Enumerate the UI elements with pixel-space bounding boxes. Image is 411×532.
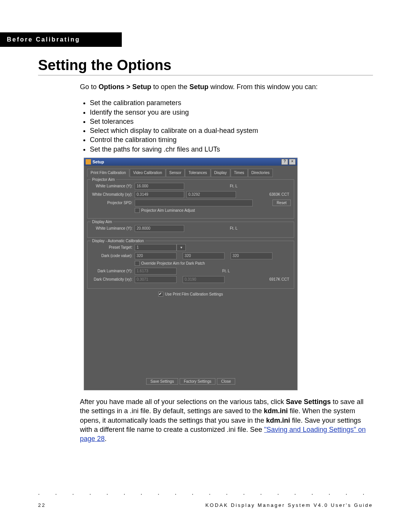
- page-title: Setting the Options: [38, 57, 373, 75]
- tab-print-film[interactable]: Print Film Calibration: [87, 169, 129, 177]
- tab-times[interactable]: Times: [231, 169, 248, 177]
- unit-ftl: Ft. L: [230, 226, 237, 231]
- dark-b-input[interactable]: 320: [231, 252, 272, 259]
- dark-lum-input: 1.6173: [135, 268, 177, 275]
- page-number: 22: [38, 502, 46, 508]
- close-icon[interactable]: ×: [289, 159, 296, 165]
- reset-button[interactable]: Reset: [272, 200, 291, 206]
- unit-ftl: Ft. L: [230, 184, 237, 189]
- white-cct: 6383K CCT: [269, 192, 291, 197]
- luminance-adjust-label: Projector Aim Luminance Adjust: [141, 208, 195, 213]
- setup-window: Setup ? × Print Film Calibration Video C…: [84, 158, 298, 390]
- dark-chrom-label: Dark Chromaticity (xy):: [91, 277, 135, 282]
- unit-ftl: Ft. L: [222, 268, 230, 274]
- section-header: Before Calibrating: [0, 32, 122, 47]
- feature-list: Set the calibration parameters Identify …: [80, 98, 373, 154]
- tab-tolerances[interactable]: Tolerances: [185, 169, 210, 177]
- auto-cal-group: Display - Automatic Calibration Preset T…: [87, 241, 294, 289]
- white-chrom-label: White Chromaticity (xy):: [91, 192, 135, 197]
- save-settings-button[interactable]: Save Settings: [146, 378, 178, 385]
- tab-sensor[interactable]: Sensor: [166, 169, 185, 177]
- close-button[interactable]: Close: [217, 378, 235, 385]
- list-item: Select which display to calibrate on a d…: [90, 126, 373, 135]
- list-item: Control the calibration timing: [90, 135, 373, 144]
- luminance-adjust-checkbox[interactable]: [135, 208, 140, 213]
- dark-label: Dark (code value):: [91, 253, 135, 259]
- dark-g-input[interactable]: 320: [183, 252, 225, 259]
- use-print-film-checkbox[interactable]: [158, 292, 163, 297]
- help-button[interactable]: ?: [281, 159, 288, 165]
- override-checkbox[interactable]: [135, 261, 140, 266]
- tab-video[interactable]: Video Calibration: [130, 169, 166, 177]
- separator-dots: . . . . . . . . . . . . . . . . . . . . …: [38, 489, 373, 496]
- disp-white-lum-label: White Luminance (Y):: [91, 226, 135, 231]
- preset-select[interactable]: 1: [135, 244, 177, 251]
- list-item: Set the calibration parameters: [90, 98, 373, 107]
- list-item: Identify the sensor you are using: [90, 108, 373, 117]
- factory-settings-button[interactable]: Factory Settings: [180, 378, 215, 385]
- list-item: Set tolerances: [90, 117, 373, 126]
- white-chrom-y[interactable]: 0.3292: [186, 191, 236, 198]
- tab-directories[interactable]: Directories: [248, 169, 273, 177]
- dark-cct: 6917K CCT: [269, 277, 291, 282]
- tab-bar: Print Film Calibration Video Calibration…: [87, 169, 294, 177]
- intro-paragraph: Go to Options > Setup to open the Setup …: [80, 82, 373, 91]
- window-titlebar: Setup ? ×: [84, 158, 297, 166]
- white-lum-input[interactable]: 16.000: [135, 183, 184, 190]
- projector-aim-group: Projector Aim White Luminance (Y): 16.00…: [87, 179, 294, 219]
- dark-chrom-x: 0.3071: [135, 276, 177, 283]
- dropdown-icon[interactable]: ▾: [177, 244, 186, 251]
- dark-lum-label: Dark Luminance (Y):: [91, 268, 135, 274]
- preset-label: Preset Target:: [91, 245, 135, 250]
- tab-display[interactable]: Display: [211, 169, 230, 177]
- override-label: Override Projector Aim for Dark Patch: [141, 261, 205, 266]
- display-aim-group: Display Aim White Luminance (Y): 20.8000…: [87, 222, 294, 238]
- spd-input[interactable]: [135, 200, 253, 206]
- use-print-film-label: Use Print Film Calibration Settings: [165, 292, 223, 297]
- footer-title: KODAK Display Manager System V4.0 User's…: [206, 502, 373, 508]
- window-title: Setup: [92, 159, 280, 165]
- dark-r-input[interactable]: 320: [135, 252, 177, 259]
- spd-label: Projector SPD:: [91, 200, 135, 206]
- app-icon: [86, 159, 91, 165]
- dark-chrom-y: 0.3190: [183, 276, 225, 283]
- disp-white-lum-input[interactable]: 20.8000: [135, 225, 184, 232]
- white-lum-label: White Luminance (Y):: [91, 184, 135, 189]
- list-item: Set the paths for saving .chr files and …: [90, 145, 373, 154]
- white-chrom-x[interactable]: 0.3149: [135, 191, 184, 198]
- closing-paragraph: After you have made all of your selectio…: [80, 397, 373, 443]
